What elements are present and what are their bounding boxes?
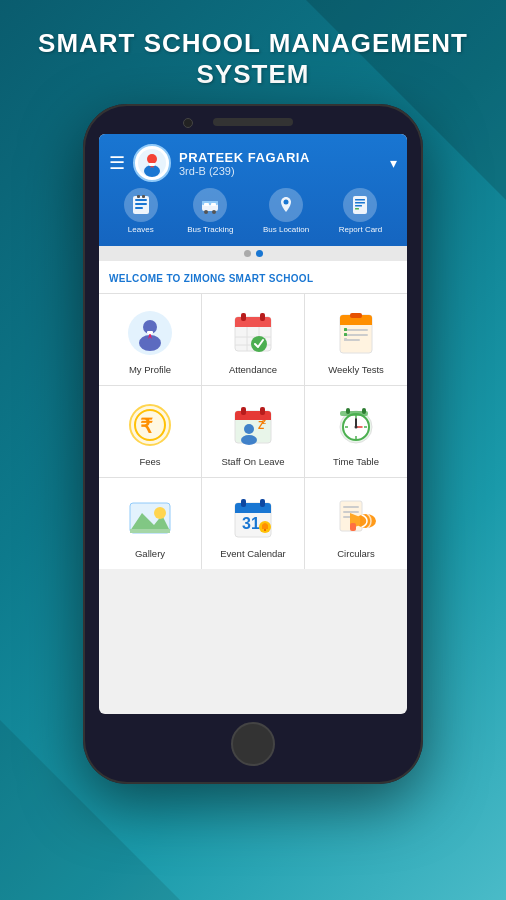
svg-rect-20: [355, 202, 365, 204]
circulars-label: Circulars: [337, 548, 374, 559]
phone-frame: ☰ PRATEEK FAGARIA 3rd-B (239): [83, 104, 423, 784]
bus-tracking-icon: [193, 188, 227, 222]
staff-on-leave-icon: Z z: [228, 400, 278, 450]
svg-rect-10: [142, 195, 145, 198]
svg-rect-84: [264, 529, 266, 531]
avatar: [133, 144, 171, 182]
report-card-icon: [343, 188, 377, 222]
svg-rect-71: [346, 408, 350, 414]
welcome-text: WELCOME TO ZIMONG SMART SCHOOL: [109, 273, 313, 284]
nav-label-bus-tracking: Bus Tracking: [187, 225, 233, 234]
svg-rect-7: [135, 203, 147, 205]
svg-rect-54: [241, 407, 246, 415]
attendance-icon: [228, 308, 278, 358]
svg-rect-72: [362, 408, 366, 414]
event-calendar-label: Event Calendar: [220, 548, 285, 559]
svg-rect-41: [344, 329, 368, 331]
svg-rect-6: [135, 199, 147, 201]
svg-rect-16: [211, 203, 216, 206]
leaves-icon: [124, 188, 158, 222]
fees-label: Fees: [139, 456, 160, 467]
staff-on-leave-label: Staff On Leave: [221, 456, 284, 467]
nav-icons-bar: Leaves Bus Tracking: [109, 182, 397, 238]
svg-rect-79: [235, 510, 271, 513]
svg-point-14: [212, 210, 216, 214]
nav-label-report-card: Report Card: [339, 225, 383, 234]
gallery-icon: [125, 492, 175, 542]
home-button[interactable]: [231, 722, 275, 766]
svg-point-17: [284, 200, 289, 205]
nav-label-bus-location: Bus Location: [263, 225, 309, 234]
svg-rect-42: [344, 334, 368, 336]
svg-rect-31: [241, 313, 246, 321]
svg-rect-4: [149, 163, 155, 166]
carousel-dots: [99, 246, 407, 261]
menu-item-fees[interactable]: ₹ Fees: [99, 386, 201, 477]
svg-rect-32: [260, 313, 265, 321]
menu-grid: My Profile: [99, 294, 407, 569]
menu-item-attendance[interactable]: Attendance: [202, 294, 304, 385]
svg-point-75: [154, 507, 166, 519]
event-calendar-icon: 31: [228, 492, 278, 542]
svg-rect-47: [344, 338, 347, 341]
dropdown-icon[interactable]: ▾: [390, 155, 397, 171]
svg-point-57: [241, 435, 257, 445]
dot-2: [256, 250, 263, 257]
phone-speaker: [213, 118, 293, 126]
svg-rect-87: [343, 511, 359, 513]
svg-point-56: [244, 424, 254, 434]
attendance-label: Attendance: [229, 364, 277, 375]
nav-item-bus-tracking[interactable]: Bus Tracking: [187, 188, 233, 234]
app-header: ☰ PRATEEK FAGARIA 3rd-B (239): [99, 134, 407, 246]
circulars-icon: [331, 492, 381, 542]
time-table-icon: [331, 400, 381, 450]
svg-rect-8: [135, 207, 143, 209]
menu-item-my-profile[interactable]: My Profile: [99, 294, 201, 385]
gallery-label: Gallery: [135, 548, 165, 559]
avatar-image: [138, 149, 166, 177]
svg-rect-21: [355, 205, 362, 207]
menu-item-circulars[interactable]: Circulars: [305, 478, 407, 569]
fees-icon: ₹: [125, 400, 175, 450]
svg-point-13: [204, 210, 208, 214]
nav-item-bus-location[interactable]: Bus Location: [263, 188, 309, 234]
svg-rect-22: [355, 208, 359, 210]
svg-text:31: 31: [242, 515, 260, 532]
nav-item-leaves[interactable]: Leaves: [124, 188, 158, 234]
svg-rect-91: [350, 523, 356, 531]
svg-rect-44: [350, 313, 362, 318]
my-profile-label: My Profile: [129, 364, 171, 375]
svg-rect-55: [260, 407, 265, 415]
svg-rect-81: [260, 499, 265, 507]
nav-label-leaves: Leaves: [128, 225, 154, 234]
svg-text:₹: ₹: [140, 415, 153, 437]
svg-rect-45: [344, 328, 347, 331]
user-name: PRATEEK FAGARIA: [179, 150, 382, 165]
user-class: 3rd-B (239): [179, 165, 382, 177]
dot-1: [244, 250, 251, 257]
menu-item-time-table[interactable]: Time Table: [305, 386, 407, 477]
menu-item-staff-on-leave[interactable]: Z z Staff On Leave: [202, 386, 304, 477]
svg-rect-15: [204, 203, 209, 206]
svg-rect-30: [235, 324, 271, 327]
phone-screen: ☰ PRATEEK FAGARIA 3rd-B (239): [99, 134, 407, 714]
svg-rect-19: [355, 199, 365, 201]
svg-text:z: z: [262, 417, 266, 426]
weekly-tests-icon: [331, 308, 381, 358]
bus-location-icon: [269, 188, 303, 222]
svg-point-25: [139, 335, 161, 351]
hamburger-icon[interactable]: ☰: [109, 152, 125, 174]
svg-rect-86: [343, 506, 359, 508]
page-title: SMART SCHOOL MANAGEMENT SYSTEM: [38, 28, 468, 90]
nav-item-report-card[interactable]: Report Card: [339, 188, 383, 234]
svg-rect-27: [147, 331, 153, 334]
svg-rect-46: [344, 333, 347, 336]
svg-point-1: [147, 154, 157, 164]
menu-item-event-calendar[interactable]: 31 Event Calendar: [202, 478, 304, 569]
svg-rect-80: [241, 499, 246, 507]
svg-rect-76: [130, 529, 170, 533]
phone-camera: [183, 118, 193, 128]
menu-item-weekly-tests[interactable]: Weekly Tests: [305, 294, 407, 385]
menu-item-gallery[interactable]: Gallery: [99, 478, 201, 569]
weekly-tests-label: Weekly Tests: [328, 364, 384, 375]
